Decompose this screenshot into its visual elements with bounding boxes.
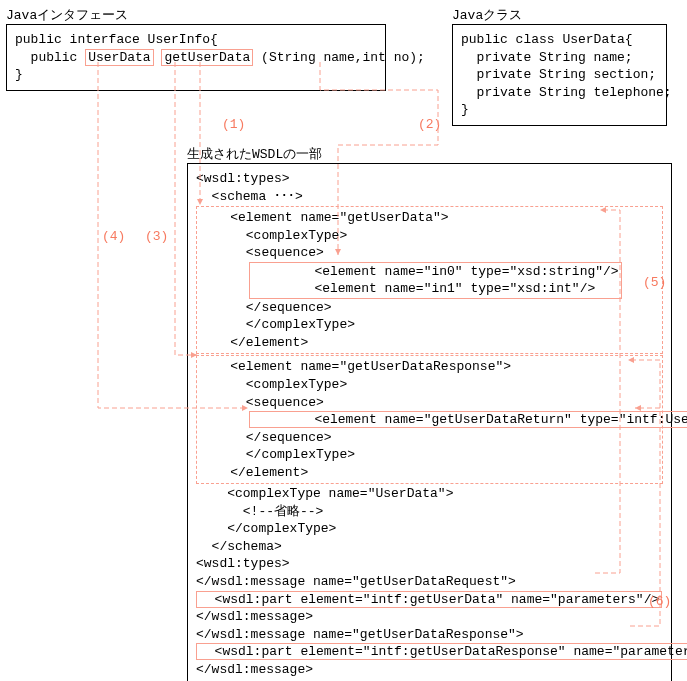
code-line: </sequence>	[199, 299, 660, 317]
code-line: <wsdl:types>	[196, 555, 663, 573]
code-line: <wsdl:types>	[196, 170, 663, 188]
return-type-hl: UserData	[85, 49, 153, 66]
part-request-hl: <wsdl:part element="intf:getUserData" na…	[196, 591, 662, 608]
code-line: <element name="in0" type="xsd:string"/>	[252, 263, 619, 281]
code-line: </element>	[199, 334, 660, 352]
interface-label: Javaインタフェース	[6, 6, 128, 24]
code-line: <complexType name="UserData">	[196, 485, 663, 503]
code-line: <!--省略-->	[196, 503, 663, 521]
code-line: </sequence>	[199, 429, 660, 447]
part-response-hl: <wsdl:part element="intf:getUserDataResp…	[196, 643, 687, 660]
code-line: private String section;	[461, 66, 658, 84]
code-line: <element name="getUserDataResponse">	[199, 358, 660, 376]
code-line: </schema>	[196, 538, 663, 556]
class-box: public class UserData{ private String na…	[452, 24, 667, 126]
code-line: <wsdl:part element="intf:getUserDataResp…	[196, 643, 663, 661]
code-line: </wsdl:message name="getUserDataResponse…	[196, 626, 663, 644]
num-3: (3)	[145, 229, 168, 244]
block-getuserdata: <element name="getUserData"> <complexTyp…	[196, 206, 663, 354]
num-6: (6)	[648, 594, 671, 609]
code-line: private String telephone;	[461, 84, 658, 102]
num-4: (4)	[102, 229, 125, 244]
code-line: </complexType>	[199, 316, 660, 334]
code-line: <complexType>	[199, 376, 660, 394]
code-line: </wsdl:message>	[196, 661, 663, 679]
inner-params-hl: <element name="in0" type="xsd:string"/> …	[249, 262, 622, 299]
code-line: </complexType>	[199, 446, 660, 464]
wsdl-label: 生成されたWSDLの一部	[187, 145, 322, 163]
code-line: <complexType>	[199, 227, 660, 245]
code-line: private String name;	[461, 49, 658, 67]
interface-box: public interface UserInfo{ public UserDa…	[6, 24, 386, 91]
num-5: (5)	[643, 275, 666, 290]
method-name-hl: getUserData	[161, 49, 253, 66]
wsdl-box: <wsdl:types> <schema ･･･> <element name=…	[187, 163, 672, 681]
code-line: public class UserData{	[461, 31, 658, 49]
num-1: (1)	[222, 117, 245, 132]
code-line: <schema ･･･>	[196, 188, 663, 206]
code-line: }	[461, 101, 658, 119]
code-line: </element>	[199, 464, 660, 482]
return-element-hl: <element name="getUserDataReturn" type="…	[249, 411, 687, 428]
code-line: public UserData getUserData (String name…	[15, 49, 377, 67]
num-2: (2)	[418, 117, 441, 132]
class-label: Javaクラス	[452, 6, 522, 24]
code-line: }	[15, 66, 377, 84]
block-response: <element name="getUserDataResponse"> <co…	[196, 355, 663, 484]
code-line: </wsdl:message>	[196, 608, 663, 626]
code-line: </wsdl:message name="getUserDataRequest"…	[196, 573, 663, 591]
code-line: <element name="in1" type="xsd:int"/>	[252, 280, 619, 298]
code-line: </complexType>	[196, 520, 663, 538]
code-line: <element name="getUserData">	[199, 209, 660, 227]
code-line: public interface UserInfo{	[15, 31, 377, 49]
code-line: <sequence>	[199, 244, 660, 262]
code-line: <wsdl:part element="intf:getUserData" na…	[196, 591, 663, 609]
code-line: <sequence>	[199, 394, 660, 412]
code-line: <element name="getUserDataReturn" type="…	[249, 411, 660, 429]
